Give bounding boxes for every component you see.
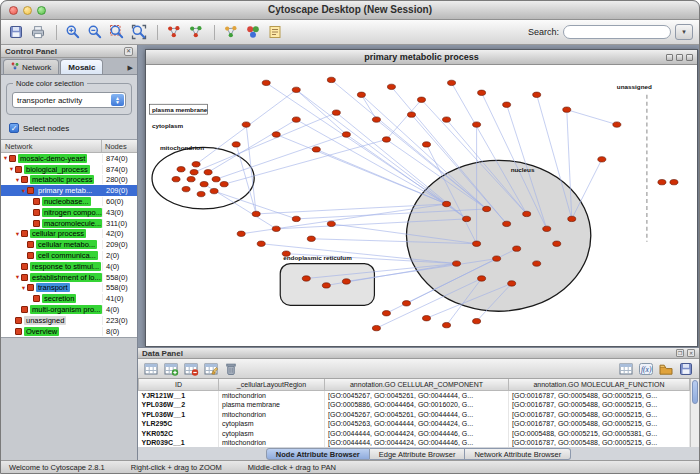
save-attributes-button[interactable]	[677, 360, 695, 378]
table-cell[interactable]: YDR039C__1	[139, 438, 219, 447]
graph-node[interactable]	[563, 107, 571, 112]
graph-node[interactable]	[302, 276, 310, 281]
graph-node[interactable]	[473, 318, 481, 323]
first-neighbors-button[interactable]	[222, 22, 242, 42]
network-canvas[interactable]: mitochondrionnucleusendoplasmic reticulu…	[146, 65, 697, 346]
graph-node[interactable]	[508, 281, 516, 286]
tree-row-response-to-stimul[interactable]: response to stimul...4(0)	[1, 261, 137, 272]
tree-row-multi-organism-pro[interactable]: multi-organism pro...4(0)	[1, 304, 137, 315]
tab-network[interactable]: Network	[3, 59, 59, 74]
tree-row-metabolic-process[interactable]: ▼metabolic process280(0)	[1, 175, 137, 186]
graph-node[interactable]	[212, 177, 220, 182]
attribute-editor-button[interactable]	[617, 360, 635, 378]
graph-node[interactable]	[312, 147, 320, 152]
graph-node[interactable]	[292, 216, 300, 221]
table-cell[interactable]: mitochondrion	[219, 410, 325, 420]
table-cell[interactable]: [GO:0045263, GO:0044444, GO:0044424, G..…	[325, 419, 509, 429]
hide-selected-button[interactable]	[165, 22, 185, 42]
graph-node[interactable]	[190, 170, 198, 175]
expand-arrow-icon[interactable]: ▼	[20, 285, 27, 291]
frame-maximize-button[interactable]	[676, 54, 683, 61]
graph-node[interactable]	[327, 221, 335, 226]
graph-node[interactable]	[192, 162, 200, 167]
graph-node[interactable]	[327, 77, 335, 82]
table-cell[interactable]: [GO:0016787, GO:0005488, GO:0005215, G..…	[509, 390, 690, 400]
table-row[interactable]: YKR052Ccytoplasm[GO:0044444, GO:0044424,…	[139, 429, 690, 439]
graph-node[interactable]	[172, 177, 180, 182]
table-cell[interactable]: [GO:0045267, GO:0045261, GO:0044444, G..…	[325, 390, 509, 400]
graph-node[interactable]	[658, 179, 666, 184]
graph-node[interactable]	[242, 122, 250, 127]
table-row[interactable]: YPL036W__1mitochondrion[GO:0045267, GO:0…	[139, 410, 690, 420]
tree-row-cellular-metabo[interactable]: cellular metabo...209(0)	[1, 239, 137, 250]
graph-node[interactable]	[423, 142, 431, 147]
tree-row-establishment-of-lo[interactable]: ▼establishment of lo...558(0)	[1, 272, 137, 283]
column-header-annotation-go-cellular-component[interactable]: annotation.GO CELLULAR_COMPONENT	[325, 379, 509, 390]
graph-node[interactable]	[523, 211, 531, 216]
tree-column-nodes[interactable]: Nodes	[102, 140, 137, 152]
graph-node[interactable]	[372, 117, 380, 122]
table-cell[interactable]: [GO:0044444, GO:0044424, GO:0044446, G..…	[325, 429, 509, 439]
create-attribute-button[interactable]	[162, 360, 180, 378]
graph-node[interactable]	[513, 246, 521, 251]
table-cell[interactable]: [GO:0016787, GO:0005488, GO:0005215, G..…	[509, 400, 690, 410]
close-data-panel-icon[interactable]: ✕	[687, 349, 695, 357]
graph-node[interactable]	[357, 92, 365, 97]
close-panel-icon[interactable]: ✕	[124, 47, 133, 56]
tree-row-primary-metab[interactable]: ▼primary metab...209(0)	[1, 185, 137, 196]
graph-node[interactable]	[272, 132, 280, 137]
table-cell[interactable]: [GO:0045267, GO:0045261, GO:0044444, G..…	[325, 410, 509, 420]
expand-arrow-icon[interactable]: ▼	[8, 166, 15, 172]
table-row[interactable]: YDR039C__1mitochondrion[GO:0044444, GO:0…	[139, 438, 690, 447]
graph-node[interactable]	[463, 216, 471, 221]
save-session-button[interactable]	[7, 22, 27, 42]
table-cell[interactable]: plasma membrane	[219, 400, 325, 410]
zoom-out-button[interactable]	[86, 22, 106, 42]
trash-button[interactable]	[222, 360, 240, 378]
graph-node[interactable]	[493, 256, 501, 261]
expand-arrow-icon[interactable]: ▼	[2, 155, 9, 161]
tab-network-attribute-browser[interactable]: Network Attribute Browser	[465, 448, 571, 460]
graph-node[interactable]	[177, 167, 185, 172]
delete-attribute-button[interactable]	[182, 360, 200, 378]
column-header-cellularlayoutregion[interactable]: _cellularLayoutRegion	[219, 379, 325, 390]
zoom-fit-button[interactable]	[130, 22, 150, 42]
graph-node[interactable]	[533, 92, 541, 97]
graph-node[interactable]	[483, 206, 491, 211]
float-panel-icon[interactable]: ❐	[676, 349, 684, 357]
graph-node[interactable]	[322, 283, 330, 288]
tree-row-overview[interactable]: Overview8(0)	[1, 326, 137, 337]
graph-node[interactable]	[553, 241, 561, 246]
graph-node[interactable]	[443, 322, 451, 327]
graph-node[interactable]	[262, 80, 270, 85]
tree-row-nitrogen-compo[interactable]: nitrogen compo...43(0)	[1, 207, 137, 218]
print-button[interactable]	[29, 22, 49, 42]
graph-node[interactable]	[407, 112, 415, 117]
close-window-button[interactable]	[9, 6, 18, 15]
table-cell[interactable]: mitochondrion	[219, 438, 325, 447]
zoom-selected-button[interactable]	[108, 22, 128, 42]
tree-row-mosaic-demo-yeast[interactable]: ▼mosaic-demo-yeast874(0)	[1, 153, 137, 164]
graph-node[interactable]	[387, 84, 395, 89]
expand-arrow-icon[interactable]: ▼	[14, 274, 21, 280]
node-color-dropdown[interactable]: transporter activity ▲▼	[12, 92, 126, 108]
graph-node[interactable]	[443, 117, 451, 122]
table-cell[interactable]: [GO:0005488, GO:0005215, GO:0005381, G..…	[509, 429, 690, 439]
table-scrollbar[interactable]	[690, 379, 699, 447]
tree-row-unassigned[interactable]: unassigned223(0)	[1, 315, 137, 326]
zoom-window-button[interactable]	[37, 6, 46, 15]
graph-edge[interactable]	[236, 144, 256, 214]
graph-node[interactable]	[332, 110, 340, 115]
graph-edge[interactable]	[572, 159, 602, 219]
expand-arrow-icon[interactable]: ▼	[14, 231, 21, 237]
tree-row-secretion[interactable]: secretion41(0)	[1, 293, 137, 304]
zoom-in-button[interactable]	[64, 22, 84, 42]
graph-node[interactable]	[423, 316, 431, 321]
graph-node[interactable]	[613, 122, 621, 127]
tab-mosaic[interactable]: Mosaic	[60, 59, 103, 74]
graph-node[interactable]	[453, 261, 461, 266]
network-frame-titlebar[interactable]: primary metabolic process	[146, 50, 697, 65]
table-cell[interactable]: [GO:0016787, GO:0005488, GO:0005215, G..…	[509, 438, 690, 447]
graph-node[interactable]	[443, 201, 451, 206]
frame-minimize-button[interactable]	[666, 54, 673, 61]
